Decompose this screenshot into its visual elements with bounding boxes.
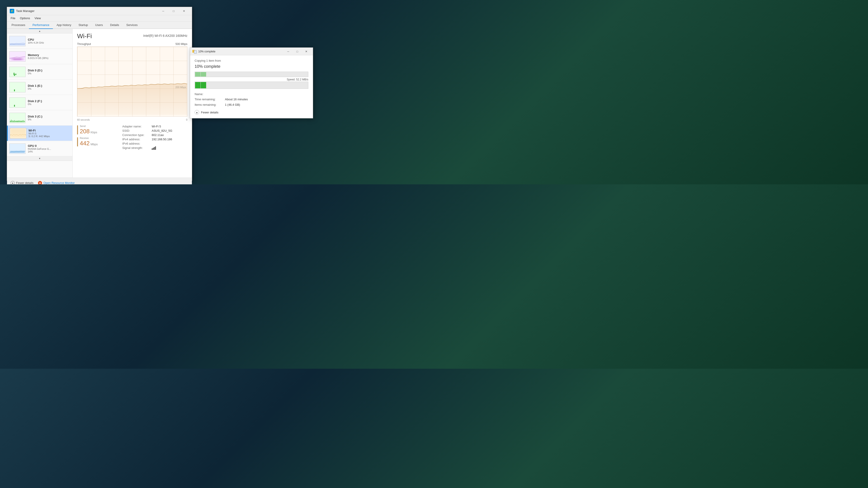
receive-row: Receive 442 Mbps <box>77 137 118 147</box>
sidebar-item-memory[interactable]: Memory 6.0/15.9 GB (38%) <box>7 49 72 64</box>
tab-users[interactable]: Users <box>92 22 106 29</box>
adapter-name-key: Adapter name: <box>122 125 152 128</box>
connection-type-key: Connection type: <box>122 133 152 137</box>
tab-details[interactable]: Details <box>106 22 123 29</box>
signal-row: Signal strength: <box>122 146 187 151</box>
adapter-name-val: Wi-Fi 5 <box>152 125 161 128</box>
disk0-thumbnail <box>9 67 26 77</box>
sidebar-item-disk2[interactable]: Disk 2 (F:) 0% <box>7 95 72 110</box>
svg-rect-2 <box>10 128 26 138</box>
sidebar-item-disk1[interactable]: Disk 1 (E:) 0% <box>7 79 72 95</box>
chevron-up-icon: ▲ <box>11 181 15 185</box>
gpu0-name: GPU 0 <box>28 144 70 148</box>
wifi-sub1: Wi-Fi 5 <box>29 132 70 135</box>
maximize-button[interactable]: □ <box>168 7 179 15</box>
sidebar-item-disk0[interactable]: Disk 0 (D:) 0% <box>7 64 72 79</box>
dialog-title: 10% complete <box>198 50 284 53</box>
cpu-name: CPU <box>28 38 70 41</box>
cpu-info: CPU 10% 4.24 GHz <box>28 38 70 44</box>
tab-processes[interactable]: Processes <box>8 22 29 29</box>
disk3-name: Disk 3 (C:) <box>28 115 70 118</box>
time-remaining-row: Time remaining: About 16 minutes <box>195 97 308 102</box>
fewer-details-button[interactable]: ▲ Fewer details <box>11 181 33 185</box>
ssid-key: SSID: <box>122 129 152 132</box>
svg-rect-1 <box>16 74 16 75</box>
receive-stat: Receive 442 Mbps <box>77 137 118 147</box>
progress-bar-send <box>195 82 308 89</box>
chart-time-labels: 60 seconds 0 <box>77 119 187 121</box>
tab-services[interactable]: Services <box>123 22 141 29</box>
ipv6-key: IPv6 address: <box>122 142 152 145</box>
panel-title-group: Wi-Fi <box>77 33 92 40</box>
disk0-info: Disk 0 (D:) 0% <box>28 69 70 75</box>
minimize-button[interactable]: ─ <box>158 7 168 15</box>
stats-container: Send 208 Kbps Receive <box>77 125 187 151</box>
ssid-val: ASUS_82U_5G <box>152 129 172 132</box>
time-label-end: 0 <box>186 119 187 121</box>
dialog-titlebar: 10% complete ─ □ ✕ <box>190 48 313 55</box>
menu-options[interactable]: Options <box>18 16 32 20</box>
sidebar-item-disk3[interactable]: Disk 3 (C:) 9% <box>7 110 72 126</box>
menu-view[interactable]: View <box>33 16 43 20</box>
dialog-close-button[interactable]: ✕ <box>302 48 311 55</box>
titlebar: ⚡ Task Manager ─ □ ✕ <box>7 7 192 15</box>
dialog-body: Copying 1 item from 10% complete Speed: … <box>190 55 313 118</box>
bottom-bar: ▲ Fewer details ◉ Open Resource Monitor <box>7 177 192 184</box>
disk2-sub: 0% <box>28 103 70 105</box>
throughput-max: 500 Mbps <box>176 42 187 46</box>
svg-rect-5 <box>154 147 155 150</box>
wifi-sub2: S: 0.2 R: 442 Mbps <box>29 135 70 138</box>
menu-bar: File Options View <box>7 15 192 22</box>
ipv6-row: IPv6 address: <box>122 142 187 145</box>
tab-startup[interactable]: Startup <box>75 22 92 29</box>
window-title: Task Manager <box>16 9 158 13</box>
copying-text: Copying 1 item from <box>195 59 308 62</box>
tabs-bar: Processes Performance App history Startu… <box>7 22 192 29</box>
dialog-fewer-details-button[interactable]: ▲ Fewer details <box>195 110 218 115</box>
receive-value-row: 442 Mbps <box>80 140 98 147</box>
send-label: Send <box>80 125 97 127</box>
sidebar-item-cpu[interactable]: CPU 10% 4.24 GHz <box>7 33 72 49</box>
tab-app-history[interactable]: App history <box>53 22 75 29</box>
time-label-start: 60 seconds <box>77 119 90 121</box>
resource-monitor-icon: ◉ <box>38 181 42 185</box>
gpu0-thumbnail <box>9 143 26 154</box>
speed-value: 52.2 MB/s <box>296 78 308 81</box>
disk1-sub: 0% <box>28 88 70 90</box>
sidebar-item-wifi[interactable]: Wi-Fi Wi-Fi 5 S: 0.2 R: 442 Mbps <box>7 126 72 141</box>
dialog-fewer-details-label: Fewer details <box>201 111 218 114</box>
sidebar-item-gpu0[interactable]: GPU 0 NVIDIA GeForce G... 14% <box>7 141 72 156</box>
close-button[interactable]: ✕ <box>179 7 189 15</box>
panel-subtitle: Intel(R) Wi-Fi 6 AX200 160MHz <box>143 34 187 37</box>
window-controls: ─ □ ✕ <box>158 7 189 15</box>
open-resource-monitor-label: Open Resource Monitor <box>43 181 74 184</box>
disk1-thumbnail <box>9 82 26 92</box>
dialog-maximize-button[interactable]: □ <box>293 48 302 55</box>
open-resource-monitor-link[interactable]: ◉ Open Resource Monitor <box>38 181 74 185</box>
send-row: Send 208 Kbps <box>77 125 118 135</box>
tab-performance[interactable]: Performance <box>29 22 53 29</box>
disk1-name: Disk 1 (E:) <box>28 84 70 88</box>
adapter-name-row: Adapter name: Wi-Fi 5 <box>122 125 187 128</box>
disk3-thumbnail <box>9 113 26 123</box>
ssid-row: SSID: ASUS_82U_5G <box>122 129 187 132</box>
disk2-info: Disk 2 (F:) 0% <box>28 99 70 105</box>
send-indicator <box>77 125 78 134</box>
receive-values: Receive 442 Mbps <box>80 137 98 147</box>
disk2-name: Disk 2 (F:) <box>28 99 70 103</box>
svg-rect-6 <box>155 147 156 150</box>
name-row: Name: <box>195 92 308 97</box>
progress-bar <box>195 72 308 77</box>
scroll-down-button[interactable]: ▼ <box>7 156 72 161</box>
progress-bar-container: Speed: 52.2 MB/s <box>195 72 308 81</box>
scroll-up-button[interactable]: ▲ <box>7 29 72 33</box>
dialog-minimize-button[interactable]: ─ <box>284 48 292 55</box>
app-icon: ⚡ <box>10 9 14 13</box>
menu-file[interactable]: File <box>9 16 17 20</box>
wifi-thumbnail <box>10 128 26 138</box>
signal-bars-icon <box>152 146 157 150</box>
fewer-chevron-icon: ▲ <box>195 110 199 115</box>
disk1-info: Disk 1 (E:) 0% <box>28 84 70 90</box>
items-remaining-row: Items remaining: 1 (46.4 GB) <box>195 102 308 107</box>
speed-label: Speed: <box>287 78 296 81</box>
